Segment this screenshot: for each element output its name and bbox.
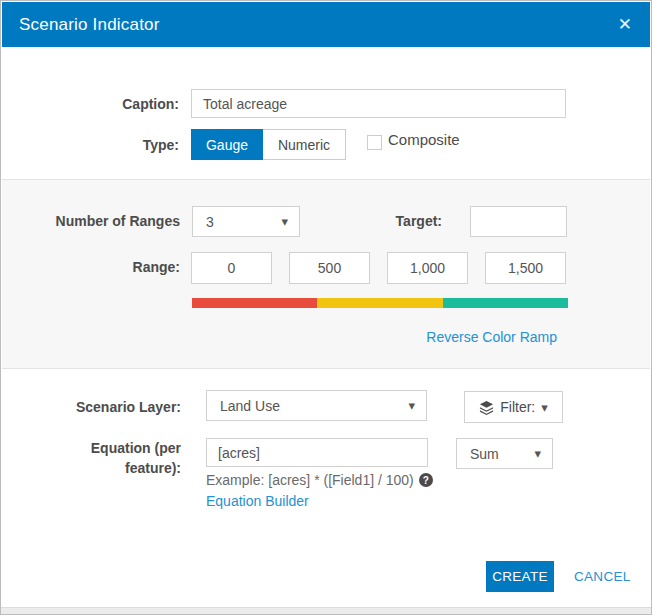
create-button[interactable]: CREATE [486, 561, 554, 592]
composite-checkbox[interactable] [367, 135, 382, 150]
range-input-2[interactable] [289, 252, 370, 284]
range-input-1[interactable] [191, 252, 272, 284]
close-icon[interactable]: ✕ [612, 2, 638, 47]
equation-example-row: Example: [acres] * ([Field1] / 100) ? [206, 472, 433, 488]
equation-builder-link[interactable]: Equation Builder [206, 493, 309, 509]
dialog-bottom-strip [1, 607, 651, 614]
type-label: Type: [1, 137, 179, 153]
range-input-3[interactable] [387, 252, 468, 284]
target-input[interactable] [470, 206, 567, 237]
help-icon[interactable]: ? [419, 473, 433, 487]
chevron-down-icon: ▾ [541, 400, 548, 415]
caption-input[interactable] [191, 89, 566, 118]
filter-label: Filter: [500, 399, 535, 415]
equation-label-line1: Equation (per [1, 438, 181, 458]
color-ramp-segment-yellow [317, 298, 442, 308]
dialog-header: Scenario Indicator ✕ [2, 2, 650, 47]
target-label: Target: [2, 213, 442, 229]
reverse-color-ramp-wrap: Reverse Color Ramp [2, 328, 557, 346]
chevron-down-icon: ▾ [534, 446, 541, 461]
cancel-button[interactable]: CANCEL [574, 569, 631, 584]
scenario-layer-label: Scenario Layer: [1, 399, 181, 415]
range-input-4[interactable] [485, 252, 566, 284]
equation-label-line2: feature): [1, 458, 181, 478]
layers-icon [479, 400, 494, 415]
type-gauge-button[interactable]: Gauge [191, 129, 263, 160]
equation-label: Equation (per feature): [1, 438, 181, 478]
color-ramp-segment-green [443, 298, 568, 308]
range-label: Range: [2, 259, 180, 275]
type-numeric-button[interactable]: Numeric [263, 129, 346, 160]
reverse-color-ramp-link[interactable]: Reverse Color Ramp [426, 329, 557, 345]
scenario-layer-value: Land Use [220, 398, 408, 414]
dialog-title: Scenario Indicator [19, 15, 160, 35]
ranges-panel: Number of Ranges 3 ▾ Target: Range: Reve… [2, 179, 650, 369]
equation-input[interactable] [206, 438, 428, 467]
chevron-down-icon: ▾ [408, 398, 415, 413]
color-ramp [192, 298, 568, 308]
composite-label: Composite [388, 131, 460, 148]
equation-example-text: Example: [acres] * ([Field1] / 100) [206, 472, 414, 488]
scenario-indicator-dialog: Scenario Indicator ✕ Caption: Type: Gaug… [0, 0, 652, 615]
caption-label: Caption: [1, 96, 179, 112]
scenario-layer-dropdown[interactable]: Land Use ▾ [206, 390, 427, 421]
color-ramp-segment-red [192, 298, 317, 308]
filter-button[interactable]: Filter: ▾ [464, 391, 563, 423]
aggregation-value: Sum [470, 446, 534, 462]
aggregation-dropdown[interactable]: Sum ▾ [456, 438, 553, 469]
